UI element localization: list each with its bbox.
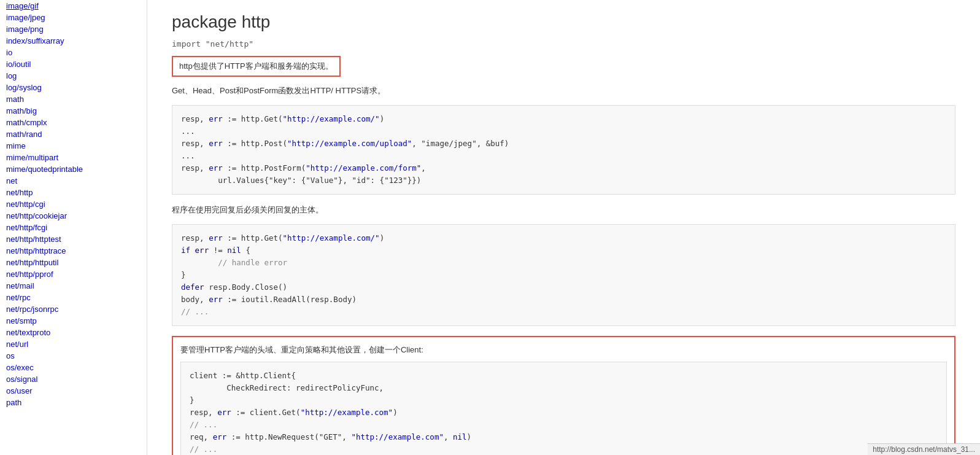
sidebar-item[interactable]: os/signal (0, 373, 147, 385)
sidebar-item[interactable]: math/rand (0, 128, 147, 140)
sidebar-item[interactable]: net/mail (0, 280, 147, 292)
sidebar-item[interactable]: math (0, 93, 147, 105)
sidebar-item[interactable]: net/http/httptrace (0, 245, 147, 257)
sidebar-item[interactable]: image/jpeg (0, 12, 147, 23)
sidebar-item[interactable]: log (0, 70, 147, 82)
sidebar-item[interactable]: mime/multipart (0, 152, 147, 163)
page-title: package http (172, 12, 955, 32)
main-content: package http import "net/http" http包提供了H… (147, 0, 980, 455)
sidebar-item[interactable]: net/http/fcgi (0, 222, 147, 233)
sidebar-item[interactable]: net/http/pprof (0, 268, 147, 280)
sidebar-item[interactable]: net/http/cookiejar (0, 210, 147, 222)
code-block-1: resp, err := http.Get("http://example.co… (172, 105, 955, 195)
sidebar-item[interactable]: io/ioutil (0, 58, 147, 70)
sidebar-item[interactable]: index/suffixarray (0, 35, 147, 47)
sidebar-item[interactable]: path (0, 397, 147, 408)
sidebar-item[interactable]: io (0, 47, 147, 58)
sidebar-item[interactable]: net/url (0, 338, 147, 350)
statusbar: http://blog.csdn.net/matvs_31... (868, 443, 980, 455)
sidebar-item[interactable]: os/user (0, 385, 147, 397)
sidebar-item[interactable]: net/rpc (0, 292, 147, 303)
sidebar-item[interactable]: mime (0, 140, 147, 152)
sidebar-item[interactable]: math/cmplx (0, 117, 147, 128)
sidebar-item[interactable]: mime/quotedprintable (0, 163, 147, 175)
sidebar-item[interactable]: net/http (0, 187, 147, 198)
sidebar-item[interactable]: os/exec (0, 362, 147, 373)
sidebar-item[interactable]: image/png (0, 23, 147, 35)
sidebar-item[interactable]: net/http/cgi (0, 198, 147, 210)
sidebar-item[interactable]: net (0, 175, 147, 187)
sidebar-item[interactable]: net/rpc/jsonrpc (0, 303, 147, 315)
description-1: Get、Head、Post和PostForm函数发出HTTP/ HTTPS请求。 (172, 85, 955, 96)
highlight-desc-2: 要管理HTTP客户端的头域、重定向策略和其他设置，创建一个Client: (180, 344, 947, 356)
sidebar-item[interactable]: net/smtp (0, 315, 147, 327)
sidebar-item[interactable]: os (0, 350, 147, 362)
sidebar-item[interactable]: net/http/httptest (0, 233, 147, 245)
status-url: http://blog.csdn.net/matvs_31... (873, 445, 975, 454)
sidebar: image/gifimage/jpegimage/pngindex/suffix… (0, 0, 147, 455)
sidebar-item[interactable]: net/http/httputil (0, 257, 147, 268)
sidebar-item[interactable]: image/gif (0, 0, 147, 12)
code-block-3: client := &http.Client{ CheckRedirect: r… (180, 362, 947, 455)
import-line: import "net/http" (172, 39, 955, 49)
sidebar-item[interactable]: net/textproto (0, 327, 147, 338)
sidebar-item[interactable]: log/syslog (0, 82, 147, 93)
highlight-section-2: 要管理HTTP客户端的头域、重定向策略和其他设置，创建一个Client: cli… (172, 336, 955, 455)
highlight-box-1: http包提供了HTTP客户端和服务端的实现。 (172, 56, 341, 77)
code-block-2: resp, err := http.Get("http://example.co… (172, 224, 955, 326)
sidebar-items: image/gifimage/jpegimage/pngindex/suffix… (0, 0, 147, 408)
description-2: 程序在使用完回复后必须关闭回复的主体。 (172, 204, 955, 216)
sidebar-item[interactable]: math/big (0, 105, 147, 117)
